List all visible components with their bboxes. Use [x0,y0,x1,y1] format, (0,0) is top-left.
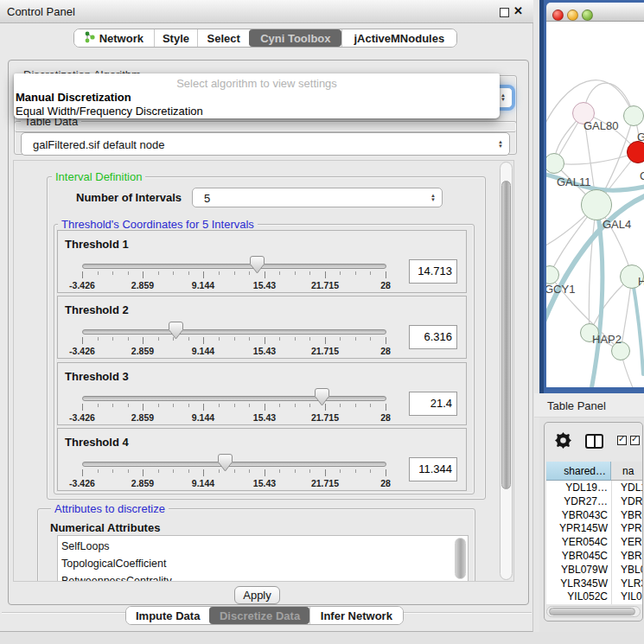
tick-label: 2.859 [115,346,170,356]
tab-jactivemnodules[interactable]: jActiveMNodules [341,29,456,47]
control-panel-titlebar: Control Panel ✕ [0,0,533,23]
tab-label: Impute Data [136,609,200,622]
tick-label: 2.859 [115,280,170,290]
tab-impute-data[interactable]: Impute Data [126,607,209,624]
tick-label: 28 [358,478,413,488]
table-cell[interactable]: YIL052C [546,590,608,604]
table-cell[interactable]: YDL19… [546,481,608,495]
numerical-attributes-list[interactable]: SelfLoops TopologicalCoefficient Between… [57,535,469,582]
close-traffic-light[interactable] [552,10,564,21]
slider-tick-marks [82,337,387,345]
table-data-combobox[interactable]: galFiltered.sif default node ▲▼ [21,132,510,156]
table-cell[interactable]: YBR043C [546,509,608,523]
tab-style[interactable]: Style [154,29,198,47]
slider-track[interactable] [82,396,386,401]
table-horizontal-scrollbar[interactable] [546,606,641,617]
node[interactable] [623,105,644,126]
window-title: Control Panel [7,5,75,18]
tab-cyni-toolbox[interactable]: Cyni Toolbox [249,29,341,47]
tick-label: 2.859 [115,412,170,423]
table-data-combobox-value: galFiltered.sif default node [33,137,164,150]
node-selected[interactable] [627,141,644,163]
threshold-value-field[interactable]: 11.344 [409,457,457,481]
threshold-value-field[interactable]: 14.713 [409,259,457,284]
table-cell[interactable]: YER054C [546,536,608,550]
table-cell[interactable]: YBL079W [546,564,608,577]
network-icon [85,31,95,46]
table-cell[interactable]: YBL0 [621,564,642,577]
slider-track[interactable] [82,329,386,335]
column-header-name[interactable]: na [611,462,642,481]
network-canvas[interactable]: GAL80 G C GAL11 GAL4 GCY1 H HAP2 [546,22,644,387]
apply-button[interactable]: Apply [234,586,280,604]
node-gal4[interactable] [581,189,612,220]
node-label: GAL4 [603,218,631,231]
threshold-label: Threshold 3 [65,370,129,383]
combo-arrows-icon: ▲▼ [498,140,503,149]
table-cell[interactable]: YLR345W [546,577,608,591]
tick-label: 21.715 [297,346,353,356]
number-of-intervals-spinner[interactable]: 5 ▲▼ [192,188,443,207]
list-item[interactable]: BetweennessCentrality [61,575,172,582]
spinner-value: 5 [204,191,210,204]
slider-tick-marks [82,271,387,279]
checkbox-icon[interactable] [617,436,627,445]
attributes-group-title: Attributes to discretize [51,502,169,515]
tick-label: 15.43 [237,412,292,423]
tab-select[interactable]: Select [197,29,249,47]
slider-track[interactable] [82,264,386,269]
tick-label: -3.426 [54,280,110,290]
float-window-icon[interactable] [500,8,509,17]
table-cell[interactable]: YER0 [621,536,642,550]
node-label: GAL11 [557,175,591,188]
control-panel-tabbar: Network Style Select Cyni Toolbox jActiv… [73,29,457,48]
tick-label: 15.43 [237,346,292,356]
tab-discretize-data[interactable]: Discretize Data [209,607,309,624]
tab-label: Infer Network [321,609,392,622]
table-cell[interactable]: YDR2 [621,495,642,509]
tick-label: -3.426 [54,346,110,356]
tab-label: Network [99,32,143,45]
dropdown-option[interactable]: Equal Width/Frequency Discretization [16,105,203,118]
table-cell[interactable]: YBR0 [621,550,642,564]
spinner-arrows-icon: ▲▼ [430,194,436,202]
tab-network[interactable]: Network [74,29,154,47]
scrollbar-thumb[interactable] [501,181,511,489]
thresholds-group-title: Threshold's Coordinates for 5 Intervals [58,218,258,231]
table-cell[interactable]: YPR145W [546,522,608,536]
tab-infer-network[interactable]: Infer Network [309,607,403,624]
column-header-shared-name[interactable]: shared… [546,462,611,481]
tab-label: Discretize Data [220,609,300,622]
threshold-value-field[interactable]: 21.4 [409,392,457,416]
slider-track[interactable] [82,462,386,467]
close-icon[interactable]: ✕ [513,4,523,17]
table-cell[interactable]: YLR3 [621,577,642,591]
threshold-panel: Threshold 1 -3.426 2.859 9.144 15.43 21.… [57,230,467,293]
minimize-traffic-light[interactable] [567,10,578,21]
table-cell[interactable]: YDL1 [621,481,642,495]
table-panel: shared… na YDL19…YDL1 YDR27…YDR2 YBR043C… [544,422,643,622]
threshold-value-field[interactable]: 6.316 [409,325,457,349]
dropdown-option[interactable]: Manual Discretization [16,91,131,104]
table-cell[interactable]: YDR27… [546,495,608,509]
table-cell[interactable]: YBR045C [546,550,608,564]
scrollbar-thumb[interactable] [549,608,635,615]
panel-splitter[interactable] [533,0,539,644]
checkbox-icon[interactable] [630,436,640,445]
tab-label: Select [207,32,240,45]
split-view-icon[interactable] [585,434,603,449]
zoom-traffic-light[interactable] [582,10,593,21]
tick-label: 21.715 [297,478,353,488]
list-item[interactable]: SelfLoops [61,540,110,552]
list-scrollbar[interactable] [455,538,466,579]
gear-icon[interactable] [555,432,571,452]
tab-label: Style [163,32,189,45]
table-cell[interactable]: YPR1 [621,522,642,536]
table-panel-header: Table Panel [534,393,644,418]
table-cell[interactable]: YIL0 [621,590,642,604]
tick-label: 9.144 [175,280,231,290]
tick-label: 28 [358,280,413,290]
table-cell[interactable]: YBR0 [621,509,642,523]
settings-vertical-scrollbar[interactable] [500,162,513,580]
list-item[interactable]: TopologicalCoefficient [61,558,166,570]
